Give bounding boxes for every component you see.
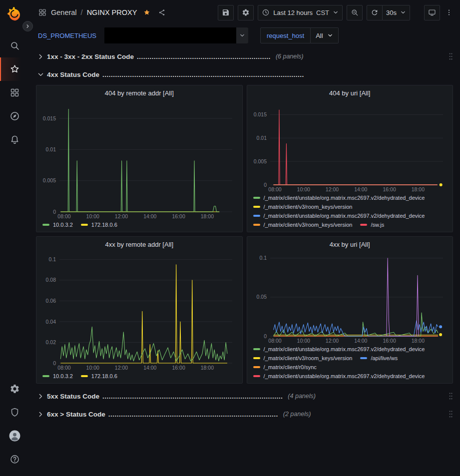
bell-icon	[9, 134, 20, 145]
legend-item[interactable]: /api/live/ws	[360, 355, 398, 362]
variables-bar: DS_PROMETHEUS request_host All	[28, 25, 460, 46]
request-host-select[interactable]: All	[311, 27, 338, 43]
legend-item[interactable]: /_matrix/client/unstable/org.matrix.msc2…	[253, 212, 425, 219]
panel-title[interactable]: 4xx by uri [All]	[252, 239, 448, 250]
row-panel-count: (2 panels)	[283, 411, 311, 418]
favorite-star-icon[interactable]	[143, 8, 151, 16]
legend-swatch	[253, 224, 260, 226]
sidebar-item-configuration[interactable]	[0, 377, 28, 401]
legend-item[interactable]: /_matrix/client/unstable/org.matrix.msc2…	[253, 346, 425, 353]
row-header-1xx-3xx-2xx[interactable]: 1xx - 3xx - 2xx Status Code ............…	[36, 49, 453, 64]
svg-text:08:00: 08:00	[57, 213, 70, 219]
star-icon	[9, 64, 20, 74]
zoom-out-button[interactable]	[347, 5, 363, 20]
row-drag-handle[interactable]	[449, 410, 453, 419]
legend-label: /_matrix/client/v3/room_keys/version	[264, 355, 353, 362]
legend-item[interactable]: /_matrix/client/unstable/org.matrix.msc2…	[253, 194, 425, 201]
chevron-down-icon	[327, 32, 333, 38]
legend-item[interactable]: /_matrix/client/v3/room_keys/version	[253, 203, 353, 210]
sidebar-expand-button[interactable]	[22, 21, 33, 31]
legend: /_matrix/client/unstable/org.matrix.msc2…	[252, 344, 448, 380]
legend: 10.0.3.2172.18.0.6	[41, 371, 237, 380]
chart-4xx-by-uri[interactable]: 00.050.108:0010:0012:0014:0016:0018:00	[252, 250, 448, 344]
legend: /_matrix/client/unstable/org.matrix.msc2…	[252, 193, 448, 229]
breadcrumb-title: NGINX PROXY	[87, 8, 137, 16]
datasource-select[interactable]	[104, 27, 248, 43]
legend-label: /_matrix/client/r0/sync	[264, 364, 317, 371]
svg-text:0.01: 0.01	[256, 135, 267, 141]
panel-title[interactable]: 404 by uri [All]	[252, 88, 448, 99]
row-title: 1xx - 3xx - 2xx Status Code	[47, 53, 134, 60]
svg-text:08:00: 08:00	[57, 365, 70, 371]
row-header-4xx[interactable]: 4xx Status Code ........................…	[36, 67, 453, 82]
refresh-button[interactable]	[367, 5, 383, 20]
topbar: General / NGINX PROXY Last 12 hours CST	[28, 0, 460, 25]
legend-item[interactable]: 10.0.3.2	[42, 221, 73, 228]
svg-text:12:00: 12:00	[325, 338, 338, 344]
sidebar-item-starred[interactable]	[0, 57, 28, 81]
row-dots: ........................................…	[108, 411, 278, 418]
chart-404-by-remote-addr[interactable]: 00.0050.010.01508:0010:0012:0014:0016:00…	[41, 99, 237, 220]
legend-swatch	[253, 215, 260, 217]
save-dashboard-button[interactable]	[218, 5, 234, 20]
svg-text:14:00: 14:00	[143, 213, 156, 219]
row-header-6xx[interactable]: 6xx > Status Code ......................…	[36, 407, 453, 422]
sidebar-item-alerting[interactable]	[0, 128, 28, 151]
row-drag-handle[interactable]	[449, 52, 453, 61]
chevron-right-icon	[36, 392, 45, 401]
chart-4xx-by-remote-addr[interactable]: 00.020.040.060.080.108:0010:0012:0014:00…	[41, 250, 237, 371]
share-icon[interactable]	[158, 8, 166, 16]
sidebar-item-explore[interactable]	[0, 104, 28, 128]
grafana-logo[interactable]	[5, 5, 22, 22]
legend-item[interactable]: 172.18.0.6	[81, 221, 117, 228]
svg-text:08:00: 08:00	[268, 186, 281, 192]
time-range-picker[interactable]: Last 12 hours CST	[258, 5, 343, 20]
datasource-value	[104, 27, 236, 43]
row-panel-count: (6 panels)	[276, 53, 304, 60]
row-header-5xx[interactable]: 5xx Status Code ........................…	[36, 389, 453, 404]
request-host-variable: request_host All	[260, 27, 339, 43]
svg-text:0: 0	[53, 209, 56, 215]
sidebar-item-help[interactable]	[0, 448, 28, 471]
kebab-menu-button[interactable]	[445, 6, 453, 18]
sidebar-item-user-profile[interactable]	[0, 424, 28, 448]
sidebar-item-dashboards[interactable]	[0, 81, 28, 104]
legend-label: /api/live/ws	[371, 355, 398, 362]
legend-item[interactable]: 10.0.3.2	[42, 373, 73, 380]
chevron-down-icon	[400, 9, 406, 15]
row-title: 6xx > Status Code	[47, 411, 105, 418]
save-icon	[222, 8, 230, 16]
refresh-button-group: 30s	[367, 5, 410, 20]
chart-404-by-uri[interactable]: 00.0050.010.01508:0010:0012:0014:0016:00…	[252, 99, 448, 193]
breadcrumb-folder[interactable]: General	[51, 8, 77, 16]
tv-mode-button[interactable]	[424, 5, 440, 20]
refresh-interval-picker[interactable]: 30s	[383, 5, 410, 20]
svg-text:0.015: 0.015	[253, 111, 266, 117]
chevron-down-icon	[236, 27, 248, 43]
request-host-variable-label[interactable]: request_host	[260, 27, 311, 43]
dashboard-settings-button[interactable]	[238, 5, 254, 20]
legend-item[interactable]: /_matrix/client/unstable/org.matrix.msc2…	[253, 373, 425, 380]
grafana-app: General / NGINX PROXY Last 12 hours CST	[0, 0, 460, 476]
legend-item[interactable]: /_matrix/client/v3/room_keys/version	[253, 221, 353, 228]
panel-title[interactable]: 4xx by remote addr [All]	[41, 239, 237, 250]
legend-item[interactable]: /_matrix/client/v3/room_keys/version	[253, 355, 353, 362]
svg-text:0.06: 0.06	[46, 298, 56, 304]
legend-label: /_matrix/client/unstable/org.matrix.msc2…	[264, 212, 425, 219]
sidebar-item-search[interactable]	[0, 34, 28, 57]
legend-label: /_matrix/client/v3/room_keys/version	[264, 203, 353, 210]
row-drag-handle[interactable]	[449, 392, 453, 401]
question-icon	[9, 454, 20, 465]
sidebar-item-server-admin[interactable]	[0, 401, 28, 424]
chevron-down-icon	[333, 9, 339, 15]
legend-item[interactable]: /_matrix/client/r0/sync	[253, 364, 317, 371]
legend-item[interactable]: /sw.js	[360, 221, 384, 228]
svg-text:14:00: 14:00	[354, 186, 367, 192]
panel-title[interactable]: 404 by remote addr [All]	[41, 88, 237, 99]
legend-label: 10.0.3.2	[53, 221, 73, 228]
row-title: 5xx Status Code	[47, 393, 99, 400]
legend-item[interactable]: 172.18.0.6	[81, 373, 117, 380]
svg-text:08:00: 08:00	[268, 338, 281, 344]
legend-label: /_matrix/client/unstable/org.matrix.msc2…	[264, 194, 425, 201]
sidebar-top-nav	[0, 34, 28, 151]
